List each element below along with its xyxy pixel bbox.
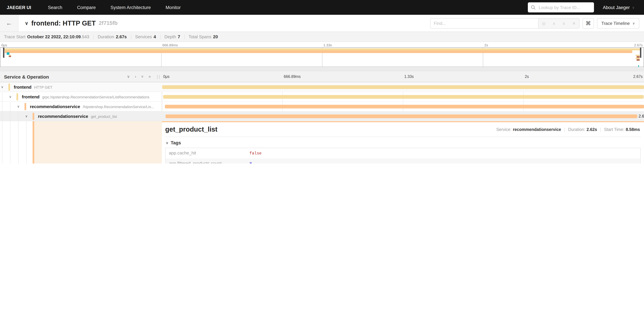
minimap-span-bar bbox=[9, 56, 11, 57]
span-duration-bar[interactable] bbox=[166, 114, 637, 118]
trace-id-search[interactable] bbox=[528, 2, 594, 12]
span-color-bar bbox=[24, 103, 26, 110]
clear-find-icon[interactable]: ✕ bbox=[572, 21, 576, 26]
collapse-one-icon[interactable]: ∨ bbox=[127, 74, 130, 79]
view-selector-label: Trace Timeline bbox=[601, 21, 630, 26]
span-color-bar bbox=[16, 93, 18, 100]
view-selector-button[interactable]: Trace Timeline ∨ bbox=[597, 18, 639, 28]
minimap-span-bar bbox=[636, 58, 640, 59]
focus-match-icon[interactable]: ◎ bbox=[542, 21, 546, 26]
minimap-left-handle[interactable] bbox=[3, 48, 4, 58]
trace-summary-bar: Trace Start October 22 2022, 22:10:09 .5… bbox=[0, 32, 644, 42]
tick-label: 0μs bbox=[163, 74, 170, 78]
span-operation-name: get_product_list bbox=[91, 114, 117, 118]
tag-value: false bbox=[250, 148, 262, 158]
collapse-expand-controls: ∨ › » » bbox=[127, 74, 151, 79]
services-value: 4 bbox=[154, 34, 156, 39]
tick-label: 0μs bbox=[1, 43, 7, 47]
tick-label: 2.67s bbox=[633, 74, 643, 78]
column-grip-icon[interactable] bbox=[157, 75, 160, 79]
minimap-span-bar bbox=[636, 55, 640, 56]
span-duration-bar[interactable] bbox=[163, 95, 644, 99]
trace-header-controls: ◎ ∧ ∨ ✕ ⌘ Trace Timeline ∨ bbox=[430, 18, 639, 28]
span-row[interactable]: ∨frontendgrpc.hipstershop.Recommendation… bbox=[0, 92, 644, 102]
start-time-value: 8.58ms bbox=[626, 127, 640, 132]
span-row-timeline-cell[interactable]: 2.62s bbox=[162, 112, 644, 121]
expand-one-icon[interactable]: › bbox=[135, 74, 136, 79]
indent-guide bbox=[18, 121, 18, 164]
tag-value: 8 bbox=[250, 158, 252, 164]
tick-label: 666.89ms bbox=[284, 74, 301, 78]
span-row-label-cell[interactable]: ∨recommendationserviceget_product_list bbox=[0, 112, 162, 121]
minimap-tick-labels: 0μs666.89ms1.33s2s2.67s bbox=[0, 42, 644, 47]
search-icon bbox=[531, 5, 536, 10]
span-row[interactable]: ∨recommendationservice/hipstershop.Recom… bbox=[0, 102, 644, 112]
span-row-timeline-cell[interactable] bbox=[162, 102, 644, 112]
tick-label: 1.33s bbox=[323, 43, 332, 47]
trace-start-ms: .543 bbox=[81, 34, 89, 39]
timeline-column-header: Service & Operation ∨ › » » 0μs666.89ms1… bbox=[0, 72, 644, 82]
span-row[interactable]: ∨recommendationserviceget_product_list2.… bbox=[0, 112, 644, 121]
find-input[interactable] bbox=[430, 18, 538, 28]
chevron-down-icon[interactable]: ∨ bbox=[25, 114, 28, 118]
minimap-span-bar bbox=[636, 56, 640, 58]
tags-section-label: Tags bbox=[171, 140, 181, 145]
indent-guide bbox=[10, 112, 10, 121]
span-duration-bar[interactable] bbox=[165, 105, 644, 108]
span-row-label-cell[interactable]: ∨frontendHTTP GET bbox=[0, 82, 162, 92]
span-operation-name: grpc.hipstershop.RecommendationService/L… bbox=[42, 95, 149, 99]
next-match-icon[interactable]: ∨ bbox=[562, 21, 566, 26]
span-row-timeline-cell[interactable] bbox=[162, 92, 644, 102]
minimap-resize-strip[interactable] bbox=[0, 67, 644, 72]
tick-label: 1.33s bbox=[404, 74, 414, 78]
find-controls-group: ◎ ∧ ∨ ✕ bbox=[538, 18, 580, 28]
nav-items: SearchCompareSystem ArchitectureMonitor bbox=[41, 4, 188, 10]
span-detail-header: get_product_list Service: recommendation… bbox=[165, 121, 641, 133]
span-row-label-cell[interactable]: ∨frontendgrpc.hipstershop.Recommendation… bbox=[0, 92, 162, 102]
indent-guide bbox=[18, 112, 18, 121]
collapse-all-icon[interactable]: » bbox=[140, 75, 145, 78]
tags-table: app.cache_hitfalseapp.filtered_products.… bbox=[165, 148, 641, 164]
minimap-span-bar bbox=[5, 50, 632, 53]
about-jaeger-menu[interactable]: About Jaeger ∨ bbox=[603, 5, 634, 10]
chevron-down-icon[interactable]: ∨ bbox=[1, 85, 4, 89]
nav-item-search[interactable]: Search bbox=[48, 5, 62, 10]
expand-all-icon[interactable]: » bbox=[148, 74, 151, 79]
span-service-name: recommendationservice bbox=[38, 114, 88, 119]
services-label: Services bbox=[135, 34, 152, 39]
minimap-span-bar bbox=[7, 52, 9, 55]
top-navbar: JAEGER UI SearchCompareSystem Architectu… bbox=[0, 0, 644, 15]
span-row-text: frontendgrpc.hipstershop.RecommendationS… bbox=[22, 94, 150, 100]
chevron-down-icon[interactable]: ∨ bbox=[17, 104, 20, 108]
trace-start-label: Trace Start bbox=[4, 34, 26, 39]
chevron-down-icon[interactable]: ∨ bbox=[9, 95, 12, 98]
tag-row: app.cache_hitfalse bbox=[166, 148, 640, 158]
indent-guide bbox=[10, 121, 10, 164]
minimap-right-handle[interactable] bbox=[640, 48, 642, 58]
tags-section-toggle[interactable]: ∨ Tags bbox=[166, 140, 641, 145]
tag-row: app.filtered_products.count8 bbox=[166, 158, 640, 164]
span-operation-name: HTTP GET bbox=[34, 85, 52, 89]
minimap-scrubber[interactable] bbox=[0, 47, 644, 67]
span-detail-panel: get_product_list Service: recommendation… bbox=[162, 121, 644, 164]
span-duration-bar[interactable] bbox=[162, 85, 644, 89]
about-jaeger-label: About Jaeger bbox=[603, 5, 630, 10]
nav-item-monitor[interactable]: Monitor bbox=[166, 5, 181, 10]
depth-value: 7 bbox=[178, 34, 180, 39]
nav-item-system-architecture[interactable]: System Architecture bbox=[110, 5, 151, 10]
tick-label: 2s bbox=[525, 74, 529, 78]
span-row[interactable]: ∨frontendHTTP GET bbox=[0, 82, 644, 92]
trace-id-search-input[interactable] bbox=[538, 4, 591, 10]
span-row-timeline-cell[interactable] bbox=[162, 82, 644, 92]
back-button[interactable]: ← bbox=[0, 15, 18, 32]
span-row-label-cell[interactable]: ∨recommendationservice/hipstershop.Recom… bbox=[0, 102, 162, 112]
tick-label: 2s bbox=[484, 43, 488, 47]
collapse-trace-chevron-icon[interactable]: ∨ bbox=[25, 20, 28, 26]
tag-key: app.cache_hit bbox=[166, 148, 250, 157]
divider bbox=[93, 34, 94, 39]
prev-match-icon[interactable]: ∧ bbox=[552, 21, 556, 26]
chevron-down-icon: ∨ bbox=[632, 22, 635, 25]
nav-item-compare[interactable]: Compare bbox=[77, 5, 96, 10]
jaeger-logo[interactable]: JAEGER UI bbox=[7, 5, 31, 10]
keyboard-shortcuts-button[interactable]: ⌘ bbox=[582, 18, 594, 28]
